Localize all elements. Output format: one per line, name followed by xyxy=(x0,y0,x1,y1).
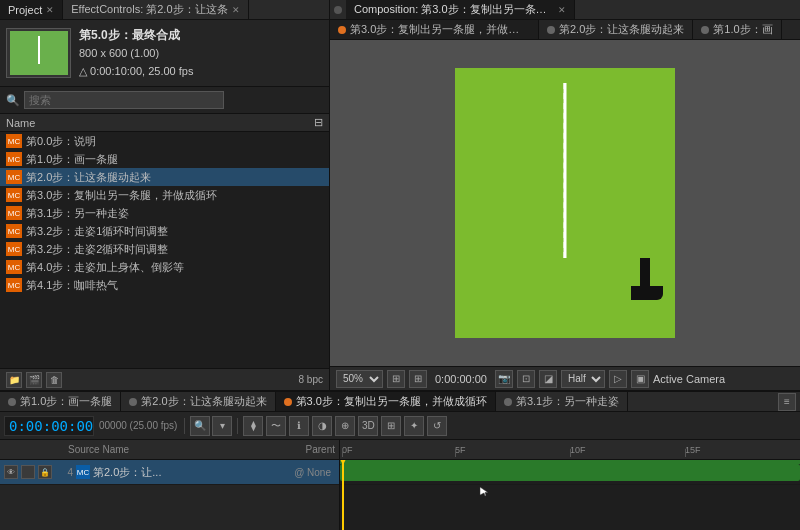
file-label-1: 第1.0步：画一条腿 xyxy=(26,152,118,167)
file-label-0: 第0.0步：说明 xyxy=(26,134,96,149)
comp-tab-main[interactable]: Composition: 第3.0步：复制出另一条腿，并做成循环 ✕ xyxy=(346,0,575,19)
viewer-tab-label-1: 第2.0步：让这条腿动起来 xyxy=(559,22,684,37)
active-camera-label: Active Camera xyxy=(653,373,725,385)
tl-layer-row[interactable]: 👁 🔒 4 MC 第2.0步：让... @ None xyxy=(0,460,339,485)
fast-preview-icon[interactable]: ▷ xyxy=(609,370,627,388)
tl-track-row xyxy=(340,460,800,485)
comp-tab-main-close[interactable]: ✕ xyxy=(558,5,566,15)
file-list-view-icon[interactable]: ⊟ xyxy=(303,116,323,129)
tl-layer-btn[interactable]: ⊞ xyxy=(381,416,401,436)
tl-visibility-toggle[interactable]: 👁 xyxy=(4,465,18,479)
file-icon-7: MC xyxy=(6,260,22,274)
list-item[interactable]: MC 第3.2步：走姿1循环时间调整 xyxy=(0,222,329,240)
pixel-aspect-icon[interactable]: ▣ xyxy=(631,370,649,388)
file-icon-2: MC xyxy=(6,170,22,184)
viewer-tab-1[interactable]: 第2.0步：让这条腿动起来 xyxy=(539,20,693,39)
tl-track-area xyxy=(340,460,800,530)
transparency-icon[interactable]: ◪ xyxy=(539,370,557,388)
camera-icon[interactable]: 📷 xyxy=(495,370,513,388)
zoom-select[interactable]: 50% xyxy=(336,370,383,388)
tl-timecode[interactable]: 0:00:00:00 xyxy=(4,416,94,436)
comp-tabs: Composition: 第3.0步：复制出另一条腿，并做成循环 ✕ xyxy=(330,0,800,20)
tl-search-btn[interactable]: 🔍 xyxy=(190,416,210,436)
tl-motion-btn[interactable]: ↺ xyxy=(427,416,447,436)
comp-tab-main-label: Composition: 第3.0步：复制出另一条腿，并做成循环 xyxy=(354,2,554,17)
viewer-tab-2[interactable]: 第1.0步：画 xyxy=(693,20,781,39)
timeline-tab-3[interactable]: 第3.1步：另一种走姿 xyxy=(496,392,628,411)
list-item[interactable]: MC 第3.2步：走姿2循环时间调整 xyxy=(0,240,329,258)
list-item[interactable]: MC 第2.0步：让这条腿动起来 xyxy=(0,168,329,186)
tl-3d-btn[interactable]: 3D xyxy=(358,416,378,436)
tl-dropdown-btn[interactable]: ▾ xyxy=(212,416,232,436)
tl-ruler-tick-0F xyxy=(342,449,343,457)
timeline-tracks: 0F 5F 10F 15F xyxy=(340,440,800,530)
timeline-tab-label-0: 第1.0步：画一条腿 xyxy=(20,394,112,409)
viewer-tab-label-2: 第1.0步：画 xyxy=(713,22,772,37)
file-label-6: 第3.2步：走姿2循环时间调整 xyxy=(26,242,168,257)
list-item[interactable]: MC 第3.1步：另一种走姿 xyxy=(0,204,329,222)
project-info: 第5.0步：最终合成 800 x 600 (1.00) △ 0:00:10:00… xyxy=(79,26,193,80)
search-input[interactable] xyxy=(24,91,224,109)
tl-flow-btn[interactable]: ⊕ xyxy=(335,416,355,436)
quality-select[interactable]: Half xyxy=(561,370,605,388)
tl-graph-btn[interactable]: 〜 xyxy=(266,416,286,436)
comp-preview-dimensions: 800 x 600 (1.00) xyxy=(79,45,193,63)
timeline-tab-0[interactable]: 第1.0步：画一条腿 xyxy=(0,392,121,411)
left-panel: Project ✕ EffectControls: 第2.0步：让这条 ✕ 第5… xyxy=(0,0,330,390)
left-panel-tabs: Project ✕ EffectControls: 第2.0步：让这条 ✕ xyxy=(0,0,329,20)
tl-lock-toggle[interactable]: 🔒 xyxy=(38,465,52,479)
timeline-tab-1[interactable]: 第2.0步：让这条腿动起来 xyxy=(121,392,275,411)
tl-keyframe-btn[interactable]: ⧫ xyxy=(243,416,263,436)
effect-controls-tab-close[interactable]: ✕ xyxy=(232,5,240,15)
tl-ruler-marks: 0F 5F 10F 15F xyxy=(340,440,800,457)
viewer-tabs: 第3.0步：复制出另一条腿，并做成循环 第2.0步：让这条腿动起来 第1.0步：… xyxy=(330,20,800,40)
viewer-tab-dot-0 xyxy=(338,26,346,34)
bottom-area: 第1.0步：画一条腿 第2.0步：让这条腿动起来 第3.0步：复制出另一条腿，并… xyxy=(0,390,800,530)
timeline-tab-2[interactable]: 第3.0步：复制出另一条腿，并做成循环 xyxy=(276,392,496,411)
region-icon[interactable]: ⊡ xyxy=(517,370,535,388)
delete-btn[interactable]: 🗑 xyxy=(46,372,62,388)
new-composition-btn[interactable]: 🎬 xyxy=(26,372,42,388)
project-tab-close[interactable]: ✕ xyxy=(46,5,54,15)
grid-icon[interactable]: ⊞ xyxy=(387,370,405,388)
file-icon-4: MC xyxy=(6,206,22,220)
file-icon-5: MC xyxy=(6,224,22,238)
file-label-4: 第3.1步：另一种走姿 xyxy=(26,206,129,221)
tl-clip-bar[interactable] xyxy=(340,464,800,481)
new-folder-btn[interactable]: 📁 xyxy=(6,372,22,388)
tl-layer-type-icon: MC xyxy=(76,465,90,479)
search-icon[interactable]: 🔍 xyxy=(6,94,20,107)
file-icon-6: MC xyxy=(6,242,22,256)
parent-header: Parent xyxy=(306,444,335,455)
list-item[interactable]: MC 第4.1步：咖啡热气 xyxy=(0,276,329,294)
comp-canvas xyxy=(455,68,675,338)
viewer-tab-dot-1 xyxy=(547,26,555,34)
bpc-label: 8 bpc xyxy=(299,374,323,385)
comp-timecode: 0:00:00:00 xyxy=(431,373,491,385)
list-item[interactable]: MC 第0.0步：说明 xyxy=(0,132,329,150)
view-options-icon[interactable]: ⊞ xyxy=(409,370,427,388)
project-tab[interactable]: Project ✕ xyxy=(0,0,63,19)
tl-parent-label: @ None xyxy=(294,467,331,478)
list-item[interactable]: MC 第3.0步：复制出另一条腿，并做成循环 xyxy=(0,186,329,204)
effect-controls-tab[interactable]: EffectControls: 第2.0步：让这条 ✕ xyxy=(63,0,248,19)
timeline-tab-dot-1 xyxy=(129,398,137,406)
tl-comp-btn[interactable]: ◑ xyxy=(312,416,332,436)
comp-preview-timecode: △ 0:00:10:00, 25.00 fps xyxy=(79,63,193,81)
timeline-tab-label-2: 第3.0步：复制出另一条腿，并做成循环 xyxy=(296,394,487,409)
timeline-options-icon[interactable]: ≡ xyxy=(778,393,796,411)
viewer-tab-0[interactable]: 第3.0步：复制出另一条腿，并做成循环 xyxy=(330,20,539,39)
tl-solo-toggle[interactable] xyxy=(21,465,35,479)
comp-controls: 50% ⊞ ⊞ 0:00:00:00 📷 ⊡ ◪ Half ▷ ▣ Active… xyxy=(330,366,800,390)
list-item[interactable]: MC 第1.0步：画一条腿 xyxy=(0,150,329,168)
file-icon-8: MC xyxy=(6,278,22,292)
tl-ruler-label-10F: 10F xyxy=(570,445,586,455)
tl-ruler-label-15F: 15F xyxy=(685,445,701,455)
timeline-main: Source Name Parent 👁 🔒 4 MC 第2.0步：让... @… xyxy=(0,440,800,530)
tl-info-btn[interactable]: ℹ xyxy=(289,416,309,436)
tl-playhead[interactable] xyxy=(342,460,344,530)
tl-effect-btn[interactable]: ✦ xyxy=(404,416,424,436)
divider-2 xyxy=(237,418,238,434)
list-item[interactable]: MC 第4.0步：走姿加上身体、倒影等 xyxy=(0,258,329,276)
tl-transport-controls: 🔍 ▾ xyxy=(190,416,232,436)
